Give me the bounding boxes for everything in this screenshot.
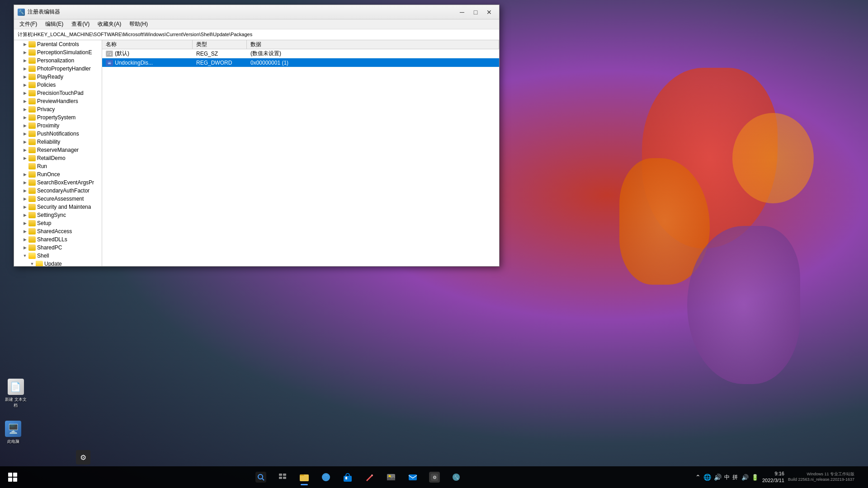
close-button[interactable]: ✕ (483, 7, 495, 17)
menu-file[interactable]: 文件(F) (16, 19, 41, 29)
tree-label: Shell (37, 253, 49, 259)
value-data-text: 0x00000001 (1) (250, 60, 288, 66)
tree-item-secure-assessment[interactable]: ▶ SecureAssessment (14, 195, 102, 203)
folder-icon (28, 253, 36, 259)
show-desktop-button[interactable] (858, 468, 861, 486)
new-doc-icon-img: 📄 (8, 379, 24, 395)
tree-item-parental-controls[interactable]: ▶ Parental Controls (14, 40, 102, 48)
header-type-label: 类型 (196, 41, 207, 48)
network-icon[interactable]: 🌐 (703, 474, 711, 481)
tree-label: SettingSync (37, 212, 66, 218)
start-button[interactable] (4, 468, 22, 486)
taskbar-app1[interactable]: ⚙ (425, 468, 444, 486)
tree-item-playready[interactable]: ▶ PlayReady (14, 73, 102, 81)
header-data: 数据 (247, 40, 499, 49)
desktop-icon-this-pc[interactable]: 🖥️ 此电脑 (2, 418, 24, 447)
expander-icon: ▶ (21, 138, 28, 145)
expander-icon: ▶ (21, 106, 28, 113)
taskbar-taskview[interactable] (273, 468, 292, 486)
values-header: 名称 类型 数据 (102, 40, 499, 49)
folder-icon (28, 147, 36, 153)
tree-item-policies[interactable]: ▶ Policies (14, 81, 102, 89)
tree-item-push-notifications[interactable]: ▶ PushNotifications (14, 130, 102, 138)
tree-item-personalization[interactable]: ▶ Personalization (14, 56, 102, 65)
folder-icon (28, 188, 36, 194)
tree-item-photo-handler[interactable]: ▶ PhotoPropertyHandler (14, 65, 102, 73)
tree-item-searchbox[interactable]: ▶ SearchBoxEventArgsPr (14, 178, 102, 187)
folder-icon (28, 122, 36, 129)
up-arrow-icon[interactable]: ⌃ (695, 474, 701, 481)
tree-item-reliability[interactable]: ▶ Reliability (14, 138, 102, 146)
regedit-icon: 🔧 (18, 9, 25, 16)
folder-icon (28, 196, 36, 202)
taskbar-app2[interactable]: 🔧 (446, 468, 466, 486)
dword-value-icon: ab (106, 60, 113, 66)
folder-icon (28, 57, 36, 64)
settings-button[interactable]: ⚙ (76, 450, 90, 465)
value-data-undocking: 0x00000001 (1) (247, 58, 499, 67)
tree-label: PushNotifications (37, 131, 79, 137)
minimize-button[interactable]: ─ (456, 7, 468, 17)
main-content: ▶ Parental Controls ▶ PerceptionSimulati… (14, 40, 499, 266)
menu-favorites[interactable]: 收藏夹(A) (94, 19, 125, 29)
menu-edit[interactable]: 编辑(E) (42, 19, 67, 29)
taskbar-explorer[interactable] (294, 468, 314, 486)
explorer-icon (299, 472, 310, 483)
windows-logo-icon (8, 473, 17, 482)
tree-item-runonce[interactable]: ▶ RunOnce (14, 170, 102, 178)
tree-item-preview[interactable]: ▶ PreviewHandlers (14, 97, 102, 105)
tree-item-retail-demo[interactable]: ▶ RetailDemo (14, 154, 102, 162)
value-row-undocking[interactable]: ab UndockingDis... REG_DWORD 0x00000001 … (102, 58, 499, 67)
quick-settings-area[interactable]: 🔊 🔋 (741, 474, 759, 481)
expander-icon: ▶ (21, 236, 28, 243)
svg-point-15 (371, 474, 373, 476)
app1-icon: ⚙ (429, 472, 440, 483)
expander-icon: ▶ (21, 81, 28, 89)
draw-icon (364, 472, 375, 483)
taskbar-mail[interactable] (403, 468, 423, 486)
value-data-text: (数值未设置) (250, 50, 281, 57)
ime-mode-indicator[interactable]: 拼 (732, 474, 738, 481)
tree-item-run[interactable]: ▶ Run (14, 162, 102, 170)
tree-label: Personalization (37, 57, 74, 64)
tree-item-property-system[interactable]: ▶ PropertySystem (14, 113, 102, 122)
desktop-icon-new-doc[interactable]: 📄 新建 文本文 档 (2, 376, 29, 411)
tree-item-shared-access[interactable]: ▶ SharedAccess (14, 227, 102, 235)
folder-icon (28, 163, 36, 169)
taskbar-photos[interactable] (381, 468, 401, 486)
expander-icon: ▼ (21, 252, 28, 259)
tree-item-setup[interactable]: ▶ Setup (14, 219, 102, 227)
clock-area[interactable]: 9:16 2022/3/11 (762, 470, 784, 484)
speaker-icon[interactable]: 🔊 (714, 474, 722, 481)
value-name-default: (默认) (102, 49, 193, 58)
tree-item-perception[interactable]: ▶ PerceptionSimulationE (14, 48, 102, 56)
tree-item-setting-sync[interactable]: ▶ SettingSync (14, 211, 102, 219)
folder-icon (28, 131, 36, 137)
menu-help[interactable]: 帮助(H) (126, 19, 151, 29)
version-text: Windows 11 专业工作站版 (788, 472, 854, 477)
tree-item-security[interactable]: ▶ Security and Maintena (14, 203, 102, 211)
maximize-button[interactable]: □ (469, 7, 482, 17)
value-row-default[interactable]: (默认) REG_SZ (数值未设置) (102, 49, 499, 58)
taskbar-draw[interactable] (359, 468, 379, 486)
tree-item-secondary-auth[interactable]: ▶ SecondaryAuthFactor (14, 187, 102, 195)
tree-item-shared-pc[interactable]: ▶ SharedPC (14, 244, 102, 252)
tree-item-reserve-manager[interactable]: ▶ ReserveManager (14, 146, 102, 154)
tree-item-proximity[interactable]: ▶ Proximity (14, 122, 102, 130)
tree-item-update[interactable]: ▼ Update (14, 260, 102, 266)
taskbar-store[interactable] (338, 468, 358, 486)
tree-item-shared-dlls[interactable]: ▶ SharedDLLs (14, 235, 102, 244)
header-name-label: 名称 (106, 41, 117, 48)
expander-icon: ▶ (21, 171, 28, 178)
tree-item-shell[interactable]: ▼ Shell (14, 252, 102, 260)
value-type-undocking: REG_DWORD (193, 58, 247, 67)
tree-item-precision[interactable]: ▶ PrecisionTouchPad (14, 89, 102, 97)
ime-lang-indicator[interactable]: 中 (724, 474, 730, 481)
new-doc-label: 新建 文本文 档 (5, 397, 27, 408)
taskbar-search[interactable] (251, 468, 271, 486)
expander-icon: ▶ (21, 65, 28, 72)
tree-item-privacy[interactable]: ▶ Privacy (14, 105, 102, 113)
taskbar-edge[interactable] (316, 468, 336, 486)
menu-view[interactable]: 查看(V) (68, 19, 93, 29)
expander-icon: ▶ (21, 146, 28, 154)
